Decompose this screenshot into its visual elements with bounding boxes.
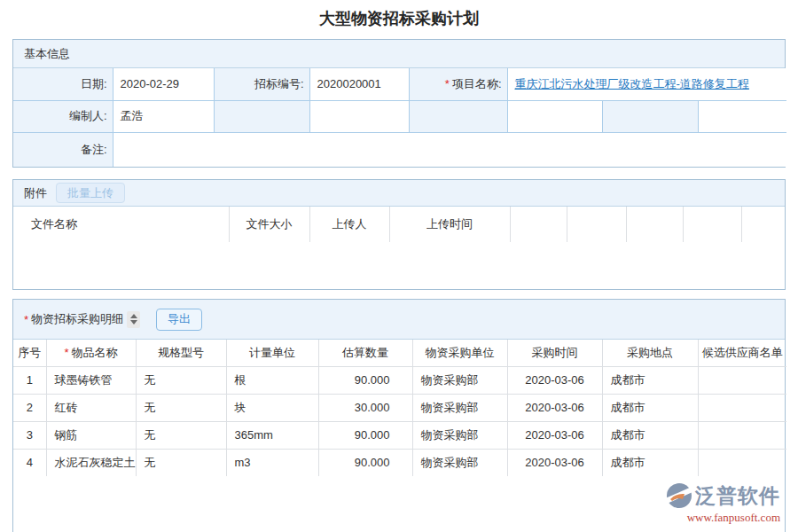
table-cell: 无 <box>136 421 226 449</box>
table-cell: 2020-03-06 <box>507 366 602 394</box>
column-header: 文件名称 <box>13 207 229 242</box>
table-row: 1球墨铸铁管无根90.000物资采购部2020-03-06成都市 <box>13 366 786 394</box>
table-cell: 物资采购部 <box>412 449 507 476</box>
brand-icon <box>666 482 692 509</box>
export-button[interactable]: 导出 <box>156 309 202 331</box>
page-title: 大型物资招标采购计划 <box>0 0 798 31</box>
column-header <box>510 207 567 242</box>
basic-info-section: 基本信息 日期: 2020-02-29 招标编号: 2020020001 *项目… <box>12 39 786 168</box>
details-footer-area: 泛普软件 www.fanpusoft.com <box>13 476 785 532</box>
details-title: 物资招标采购明细 <box>31 311 123 327</box>
table-cell: 物资采购部 <box>412 394 507 421</box>
attachments-header: 附件 批量上传 <box>13 180 785 207</box>
table-cell: 365mm <box>226 421 318 449</box>
remark-label: 备注: <box>13 132 113 167</box>
column-header <box>741 207 786 242</box>
table-cell: 成都市 <box>602 421 698 449</box>
compiler-value: 孟浩 <box>113 100 214 132</box>
page: 大型物资招标采购计划 基本信息 日期: 2020-02-29 招标编号: 202… <box>0 0 798 532</box>
column-header: 估算数量 <box>318 340 412 366</box>
project-link[interactable]: 重庆江北污水处理厂级改造工程-道路修复工程 <box>515 77 749 90</box>
required-asterisk: * <box>445 77 450 90</box>
brand-name: 泛普软件 <box>695 486 780 506</box>
basic-info-header: 基本信息 <box>13 40 785 68</box>
column-header: 上传人 <box>309 207 389 242</box>
empty-cell <box>409 100 507 132</box>
table-cell: 物资采购部 <box>412 421 507 449</box>
table-cell: 无 <box>136 366 226 394</box>
details-section: * 物资招标采购明细 导出 序号*物品名称规格型号计量单位估算数量物资采购单位采… <box>12 299 786 532</box>
table-cell: 无 <box>136 394 226 421</box>
remark-value <box>113 132 786 167</box>
table-cell <box>698 366 786 394</box>
table-cell: 1 <box>13 366 46 394</box>
date-label: 日期: <box>13 68 113 100</box>
table-cell <box>698 421 786 449</box>
column-header: 上传时间 <box>389 207 510 242</box>
table-cell: 块 <box>226 394 318 421</box>
column-header <box>626 207 683 242</box>
empty-cell <box>698 100 786 132</box>
header-row: 文件名称文件大小上传人上传时间 <box>13 207 786 242</box>
table-row: 4水泥石灰稳定土无m390.000物资采购部2020-03-06成都市 <box>13 449 786 476</box>
empty-cell <box>507 100 602 132</box>
basic-info-table: 日期: 2020-02-29 招标编号: 2020020001 *项目名称: 重… <box>13 68 786 167</box>
table-cell <box>698 394 786 421</box>
required-asterisk: * <box>24 313 28 326</box>
table-cell: 90.000 <box>318 449 412 476</box>
attachments-table: 文件名称文件大小上传人上传时间 <box>13 207 786 242</box>
table-cell: 钢筋 <box>46 421 136 449</box>
empty-cell <box>602 100 698 132</box>
header-row: 序号*物品名称规格型号计量单位估算数量物资采购单位采购时间采购地点候选供应商名单 <box>13 340 786 366</box>
batch-upload-button[interactable]: 批量上传 <box>56 183 125 203</box>
column-header: 采购时间 <box>507 340 602 366</box>
table-row: 3钢筋无365mm90.000物资采购部2020-03-06成都市 <box>13 421 786 449</box>
column-header <box>683 207 741 242</box>
brand-url: www.fanpusoft.com <box>666 512 780 523</box>
required-asterisk: * <box>64 346 68 359</box>
table-cell: 2020-03-06 <box>507 421 602 449</box>
table-cell: 3 <box>13 421 46 449</box>
sort-down-arrow-icon <box>130 320 137 325</box>
column-header: 规格型号 <box>136 340 226 366</box>
table-cell: 90.000 <box>318 366 412 394</box>
details-header: * 物资招标采购明细 导出 <box>13 300 785 340</box>
empty-cell <box>309 100 409 132</box>
column-header: 候选供应商名单 <box>698 340 786 366</box>
table-cell: 成都市 <box>602 449 698 476</box>
column-header: 采购地点 <box>602 340 698 366</box>
basic-info-title: 基本信息 <box>24 46 70 62</box>
column-header <box>567 207 626 242</box>
attachments-title: 附件 <box>24 185 47 201</box>
fanpu-logo: 泛普软件 www.fanpusoft.com <box>666 482 780 523</box>
table-cell: 红砖 <box>46 394 136 421</box>
compiler-label: 编制人: <box>13 100 113 132</box>
table-cell <box>698 449 786 476</box>
column-header: 文件大小 <box>229 207 309 242</box>
table-cell: 根 <box>226 366 318 394</box>
bid-no-label: 招标编号: <box>214 68 309 100</box>
project-label-text: 项目名称: <box>452 77 502 90</box>
table-row: 备注: <box>13 132 786 167</box>
column-header: *物品名称 <box>46 340 136 366</box>
table-cell: 球墨铸铁管 <box>46 366 136 394</box>
table-row: 日期: 2020-02-29 招标编号: 2020020001 *项目名称: 重… <box>13 68 786 100</box>
table-cell: 水泥石灰稳定土 <box>46 449 136 476</box>
attachments-empty-body <box>13 242 785 289</box>
project-value-cell: 重庆江北污水处理厂级改造工程-道路修复工程 <box>507 68 786 100</box>
project-label: *项目名称: <box>409 68 507 100</box>
table-cell: 30.000 <box>318 394 412 421</box>
table-cell: 2 <box>13 394 46 421</box>
table-cell: 成都市 <box>602 394 698 421</box>
table-cell: 90.000 <box>318 421 412 449</box>
empty-cell <box>214 100 309 132</box>
sort-toggle-icon[interactable] <box>127 311 140 328</box>
table-cell: 无 <box>136 449 226 476</box>
table-cell: 4 <box>13 449 46 476</box>
bid-no-value: 2020020001 <box>309 68 409 100</box>
table-cell: 成都市 <box>602 366 698 394</box>
details-table: 序号*物品名称规格型号计量单位估算数量物资采购单位采购时间采购地点候选供应商名单… <box>13 340 786 476</box>
column-header: 序号 <box>13 340 46 366</box>
sort-up-arrow-icon <box>130 314 137 318</box>
date-value: 2020-02-29 <box>113 68 214 100</box>
